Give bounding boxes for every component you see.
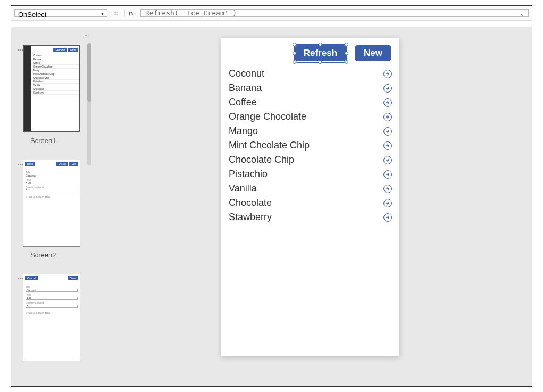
list-item-label: Orange Chocolate bbox=[229, 111, 306, 122]
scrollbar-track[interactable] bbox=[87, 43, 91, 165]
equals-label: = bbox=[111, 9, 121, 17]
thumb-list-item: Mango bbox=[33, 69, 79, 72]
canvas-area: Refresh New CoconutBananaCoffeeOra bbox=[94, 27, 532, 386]
list-item-label: Stawberry bbox=[229, 212, 272, 223]
list-item[interactable]: Coconut bbox=[229, 66, 392, 81]
arrow-right-icon[interactable] bbox=[383, 141, 392, 150]
list-item[interactable]: Vanilla bbox=[229, 181, 392, 196]
list-item-label: Banana bbox=[229, 82, 262, 94]
chevron-down-icon: ▾ bbox=[101, 10, 104, 16]
thumb-edit-button: Edit bbox=[69, 162, 78, 166]
selection-handle[interactable] bbox=[345, 60, 348, 64]
thumb-list-item: Pistachio bbox=[33, 80, 79, 84]
list-item[interactable]: Chocolate Chip bbox=[229, 153, 392, 167]
list-item-label: Coconut bbox=[229, 68, 264, 79]
refresh-button[interactable]: Refresh bbox=[295, 45, 346, 61]
selection-handle[interactable] bbox=[319, 60, 322, 64]
selection-handle[interactable] bbox=[293, 52, 296, 55]
thumb-list-item: Orange Chocolate bbox=[33, 65, 79, 69]
thumb-list-item: Mint Chocolate Chip bbox=[33, 72, 79, 76]
selection-handle[interactable] bbox=[293, 43, 296, 46]
fx-label: fx bbox=[124, 9, 137, 17]
screen1-label[interactable]: Screen1 bbox=[18, 132, 87, 154]
screen2-thumbnail-card: ⋯ Back Delete Edit Title Coconut bbox=[18, 160, 87, 269]
thumb-list-item: Vanilla bbox=[33, 84, 79, 87]
selection-handle[interactable] bbox=[345, 52, 348, 55]
app-frame: OnSelect ▾ = fx Refresh( 'Ice Cream' ) ⌄… bbox=[11, 5, 532, 387]
list-item[interactable]: Orange Chocolate bbox=[229, 110, 392, 124]
more-icon[interactable]: ⋯ bbox=[18, 274, 23, 282]
tree-view-panel: ︿ ⋯ Refresh New CoconutBananaCoffeeOrang… bbox=[11, 27, 94, 386]
list-item[interactable]: Mango bbox=[229, 124, 392, 138]
new-button-label: New bbox=[364, 48, 382, 58]
thumb-save-button: Save bbox=[68, 276, 78, 280]
arrow-right-icon[interactable] bbox=[383, 199, 392, 207]
chevron-down-icon[interactable]: ⌄ bbox=[521, 10, 524, 16]
thumb-list-item: Coffee bbox=[33, 61, 79, 65]
list-item-label: Vanilla bbox=[229, 183, 257, 194]
list-item[interactable]: Chocolate bbox=[229, 196, 392, 210]
list-item-label: Mango bbox=[229, 126, 258, 137]
formula-input[interactable]: Refresh( 'Ice Cream' ) ⌄ bbox=[140, 9, 529, 17]
list-item[interactable]: Pistachio bbox=[229, 167, 392, 181]
thumb-list-item: Coconut bbox=[33, 54, 79, 57]
arrow-right-icon[interactable] bbox=[383, 156, 392, 164]
scroll-up-icon[interactable]: ︿ bbox=[83, 30, 89, 39]
property-dropdown-value: OnSelect bbox=[18, 11, 46, 19]
thumb-list-item: Banana bbox=[33, 57, 79, 61]
list-item-label: Chocolate Chip bbox=[229, 154, 294, 165]
selection-handle[interactable] bbox=[345, 43, 348, 46]
selection-handle[interactable] bbox=[293, 60, 296, 64]
list-item-label: Mint Chcolate Chip bbox=[229, 140, 310, 151]
new-button[interactable]: New bbox=[355, 45, 391, 61]
arrow-right-icon[interactable] bbox=[383, 113, 392, 121]
property-dropdown[interactable]: OnSelect ▾ bbox=[14, 9, 107, 17]
screen1-thumbnail[interactable]: Refresh New CoconutBananaCoffeeOrange Ch… bbox=[23, 45, 80, 132]
canvas-topbar: Refresh New bbox=[221, 38, 399, 66]
list-item-label: Chocolate bbox=[229, 197, 272, 208]
scrollbar-thumb[interactable] bbox=[87, 43, 91, 102]
screen3-thumbnail-card: ⋯ Cancel Save Title Coconut Price 3.99 Q… bbox=[18, 274, 87, 361]
list-item-label: Pistachio bbox=[229, 169, 268, 180]
list-item[interactable]: Coffee bbox=[229, 95, 392, 110]
screen1-thumbnail-card: ⋯ Refresh New CoconutBananaCoffeeOrange … bbox=[18, 45, 87, 154]
arrow-right-icon[interactable] bbox=[383, 127, 392, 136]
thumb-list-item: Chocolate Chip bbox=[33, 76, 79, 80]
arrow-right-icon[interactable] bbox=[383, 84, 392, 93]
more-icon[interactable]: ⋯ bbox=[18, 45, 23, 54]
gallery-list: CoconutBananaCoffeeOrange ChocolateMango… bbox=[221, 66, 399, 224]
arrow-right-icon[interactable] bbox=[383, 185, 392, 193]
thumb-cancel-button: Cancel bbox=[25, 276, 38, 280]
list-item[interactable]: Banana bbox=[229, 81, 392, 95]
more-icon[interactable]: ⋯ bbox=[18, 160, 23, 168]
refresh-button-label: Refresh bbox=[304, 48, 337, 58]
main-area: ︿ ⋯ Refresh New CoconutBananaCoffeeOrang… bbox=[11, 27, 532, 386]
thumb-list-item: Stawberry bbox=[33, 91, 79, 95]
list-item-label: Coffee bbox=[229, 97, 257, 108]
thumb-refresh-button: Refresh bbox=[53, 48, 67, 52]
list-item[interactable]: Stawberry bbox=[229, 210, 392, 224]
thumb-list-item: Chocolate bbox=[33, 87, 79, 91]
screen2-label[interactable]: Screen2 bbox=[18, 247, 87, 269]
arrow-right-icon[interactable] bbox=[383, 213, 392, 222]
screen2-thumbnail[interactable]: Back Delete Edit Title Coconut Price 3.9… bbox=[23, 160, 80, 247]
selection-handle[interactable] bbox=[319, 43, 322, 46]
arrow-right-icon[interactable] bbox=[383, 170, 392, 179]
arrow-right-icon[interactable] bbox=[383, 70, 392, 78]
arrow-right-icon[interactable] bbox=[383, 98, 392, 107]
thumb-delete-button: Delete bbox=[56, 162, 68, 166]
formula-bar: OnSelect ▾ = fx Refresh( 'Ice Cream' ) ⌄ bbox=[11, 6, 532, 21]
list-item[interactable]: Mint Chcolate Chip bbox=[229, 138, 392, 153]
app-canvas[interactable]: Refresh New CoconutBananaCoffeeOra bbox=[221, 38, 399, 356]
thumb-back-button: Back bbox=[25, 162, 35, 166]
thumb-new-button: New bbox=[68, 48, 78, 52]
formula-text: Refresh( 'Ice Cream' ) bbox=[145, 9, 237, 17]
screen3-thumbnail[interactable]: Cancel Save Title Coconut Price 3.99 Qua… bbox=[23, 274, 80, 361]
